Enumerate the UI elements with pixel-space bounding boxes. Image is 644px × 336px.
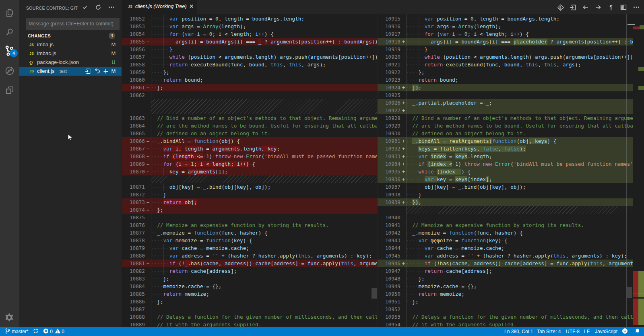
diff-original-pane[interactable]: 10852······var·position·=·0,·length·=·bo… bbox=[122, 14, 377, 327]
line-code[interactable]: ······return·cache[address]; bbox=[406, 267, 633, 275]
line-code[interactable]: ········args[i]·=·boundArgs[i]·===·place… bbox=[406, 38, 633, 45]
code-line-10931[interactable]: 10931+··_.bindAll·=·restArguments(functi… bbox=[378, 137, 633, 145]
right-scrollbar-slider[interactable] bbox=[627, 287, 632, 298]
line-code[interactable]: // Delays a function for the given numbe… bbox=[406, 313, 633, 321]
code-line-10920[interactable]: 10920······while·(position·<·arguments.l… bbox=[378, 53, 633, 61]
previous-change-button[interactable] bbox=[582, 4, 589, 10]
file-row-package-lock.json[interactable]: {}package-lock.jsonU bbox=[19, 58, 122, 67]
code-line-10937[interactable]: 10937······obj[key]·=·_.bind(obj[key],·o… bbox=[378, 183, 633, 191]
line-code[interactable]: ······} bbox=[406, 45, 633, 53]
code-line-10869[interactable]: 10869−····for·(i·=·1;·i·<·length;·i++)·{ bbox=[122, 160, 377, 168]
line-code[interactable]: ······} bbox=[151, 45, 377, 53]
eol-item[interactable]: LF bbox=[584, 327, 590, 336]
line-code[interactable]: ··}; bbox=[406, 298, 633, 305]
line-code[interactable]: ······var·address·=·''·+·(hasher·?·hashe… bbox=[151, 252, 377, 260]
tab-close-icon[interactable]: × bbox=[190, 3, 193, 10]
line-code[interactable]: ··}; bbox=[151, 84, 377, 91]
code-line-10864[interactable]: 10864 // are the method names to be boun… bbox=[122, 122, 377, 130]
line-code[interactable]: ········args[i]·=·boundArgs[i]·===·_·?·a… bbox=[151, 38, 377, 45]
line-code[interactable]: ······if·(!has(cache,·address))·cache[ad… bbox=[406, 260, 633, 267]
code-line-10929[interactable]: 10929 // are the method names to be boun… bbox=[378, 122, 633, 130]
line-code[interactable]: ··_.memoize·=·function(func,·hasher)·{ bbox=[151, 229, 377, 237]
code-line-10916[interactable]: 10916······var·args·=·Array(length); bbox=[378, 23, 633, 30]
code-line-10882[interactable]: 10882······return·cache[address]; bbox=[122, 267, 377, 275]
code-line-10889[interactable]: 10889 // it with the arguments supplied. bbox=[122, 321, 377, 327]
code-line-10877[interactable]: 10877··_.memoize·=·function(func,·hasher… bbox=[122, 229, 377, 237]
line-code[interactable]: ····return·bound; bbox=[406, 76, 633, 84]
code-line-10950[interactable]: 10950····return·memoize; bbox=[378, 290, 633, 298]
line-code[interactable]: ····memoize.cache·=·{}; bbox=[151, 282, 377, 290]
line-code[interactable]: // it with the arguments supplied. bbox=[151, 321, 377, 327]
line-code[interactable]: // are the method names to be bound. Use… bbox=[406, 122, 633, 130]
file-row-imbac.js[interactable]: JSimbac.jsM bbox=[19, 49, 122, 58]
code-line-10856[interactable]: 10856······} bbox=[122, 45, 377, 53]
line-code[interactable]: ······var·cache·=·memoize.cache; bbox=[406, 244, 633, 252]
line-code[interactable]: // Bind a number of an object's methods … bbox=[406, 114, 633, 122]
line-code[interactable]: // defined on an object belong to it. bbox=[151, 130, 377, 137]
line-code[interactable]: ······var·position·=·0,·length·=·boundAr… bbox=[406, 15, 633, 23]
editor-more-actions-button[interactable] bbox=[633, 4, 640, 10]
line-code[interactable]: ······while·(position·<·arguments.length… bbox=[406, 53, 633, 61]
code-line-10863[interactable]: 10863 // Bind a number of an object's me… bbox=[122, 114, 377, 122]
code-line-10921[interactable]: 10921······return·executeBound(func,·bou… bbox=[378, 61, 633, 68]
code-line-10859[interactable]: 10859····}; bbox=[122, 68, 377, 76]
line-code[interactable]: ······while·(position·<·arguments.length… bbox=[151, 53, 377, 61]
code-line-10886[interactable]: 10886··}; bbox=[122, 298, 377, 305]
line-code[interactable]: ····}; bbox=[406, 275, 633, 282]
code-line-10868[interactable]: 10868−····if·(length·<=·1)·throw·new·Err… bbox=[122, 153, 377, 160]
code-line-10887[interactable]: 10887 bbox=[122, 305, 377, 313]
code-line-10853[interactable]: 10853······var·args·=·Array(length); bbox=[122, 23, 377, 30]
line-code[interactable]: ····}; bbox=[151, 275, 377, 282]
line-code[interactable] bbox=[151, 214, 377, 221]
line-code[interactable]: ······var·key·=·keys[index]; bbox=[406, 175, 633, 183]
line-code[interactable]: // Delays a function for the given numbe… bbox=[151, 313, 377, 321]
code-line-10933[interactable]: 10933+····var·index·=·keys.length; bbox=[378, 153, 633, 160]
line-code[interactable]: ····}; bbox=[151, 68, 377, 76]
line-code[interactable]: // Bind a number of an object's methods … bbox=[151, 114, 377, 122]
code-line-10936[interactable]: 10936+······var·key·=·keys[index]; bbox=[378, 175, 633, 183]
code-line-10885[interactable]: 10885····return·memoize; bbox=[122, 290, 377, 298]
encoding-item[interactable]: UTF-8 bbox=[566, 327, 580, 336]
notifications-item[interactable] bbox=[634, 327, 640, 336]
code-line-10871[interactable]: 10871······obj[key]·=·_.bind(obj[key],·o… bbox=[122, 183, 377, 191]
code-line-10927[interactable]: 10927+ bbox=[378, 107, 633, 114]
warnings-status-item[interactable]: 0 bbox=[55, 327, 64, 336]
code-line-10872[interactable]: 10872····} bbox=[122, 191, 377, 198]
code-line-10881[interactable]: 10881−······if·(!_.has(cache,·address))·… bbox=[122, 260, 377, 267]
code-line-10935[interactable]: 10935+····while·(index--)·{ bbox=[378, 168, 633, 175]
code-line-10870[interactable]: 10870−······key·=·arguments[i]; bbox=[122, 168, 377, 175]
code-line-10948[interactable]: 10948····}; bbox=[378, 275, 633, 282]
changes-section-header[interactable]: CHANGES 4 bbox=[19, 31, 122, 40]
code-line-10932[interactable]: 10932+····keys·=·flatten(keys,·false,·fa… bbox=[378, 145, 633, 153]
line-code[interactable]: ··_.memoize·=·function(func,·hasher)·{ bbox=[406, 229, 633, 237]
diff-overview-ruler[interactable] bbox=[633, 14, 644, 327]
line-code[interactable]: ····for·(i·=·1;·i·<·length;·i++)·{ bbox=[151, 160, 377, 168]
line-code[interactable]: ····} bbox=[151, 191, 377, 198]
code-line-10860[interactable]: 10860····return·bound; bbox=[122, 76, 377, 84]
line-code[interactable]: ··}); bbox=[406, 84, 633, 91]
code-line-10883[interactable]: 10883····}; bbox=[122, 275, 377, 282]
code-line-10925[interactable]: 10925 bbox=[378, 91, 633, 99]
split-editor-button[interactable] bbox=[620, 4, 627, 10]
code-line-10934[interactable]: 10934+····if·(index·<·1)·throw·new·Error… bbox=[378, 160, 633, 168]
line-code[interactable]: ······return·executeBound(func,·bound,·t… bbox=[406, 61, 633, 68]
line-code[interactable] bbox=[406, 107, 633, 114]
line-code[interactable]: ····if·(index·<·1)·throw·new·Error('bind… bbox=[406, 160, 633, 168]
toggle-inline-view-button[interactable] bbox=[557, 4, 564, 10]
line-code[interactable]: ····return·bound; bbox=[151, 76, 377, 84]
line-code[interactable]: ······var·address·=·''·+·(hasher·?·hashe… bbox=[406, 252, 633, 260]
code-line-10928[interactable]: 10928 // Bind a number of an object's me… bbox=[378, 114, 633, 122]
activitybar-settings[interactable] bbox=[0, 308, 19, 327]
code-line-10884[interactable]: 10884····memoize.cache·=·{}; bbox=[122, 282, 377, 290]
code-line-10923[interactable]: 10923····return·bound; bbox=[378, 76, 633, 84]
code-line-10888[interactable]: 10888 // Delays a function for the given… bbox=[122, 313, 377, 321]
line-code[interactable]: ····return·memoize; bbox=[151, 290, 377, 298]
code-line-10858[interactable]: 10858······return·executeBound(func,·bou… bbox=[122, 61, 377, 68]
code-line-10944[interactable]: 10944······var·cache·=·memoize.cache; bbox=[378, 244, 633, 252]
open-file-button[interactable] bbox=[570, 4, 576, 10]
code-line-10918[interactable]: 10918+········args[i]·=·boundArgs[i]·===… bbox=[378, 38, 633, 45]
line-code[interactable] bbox=[406, 214, 633, 221]
code-line-10875[interactable]: 10875 bbox=[122, 214, 377, 221]
code-line-10880[interactable]: 10880······var·address·=·''·+·(hasher·?·… bbox=[122, 252, 377, 260]
line-code[interactable]: ····} bbox=[406, 191, 633, 198]
